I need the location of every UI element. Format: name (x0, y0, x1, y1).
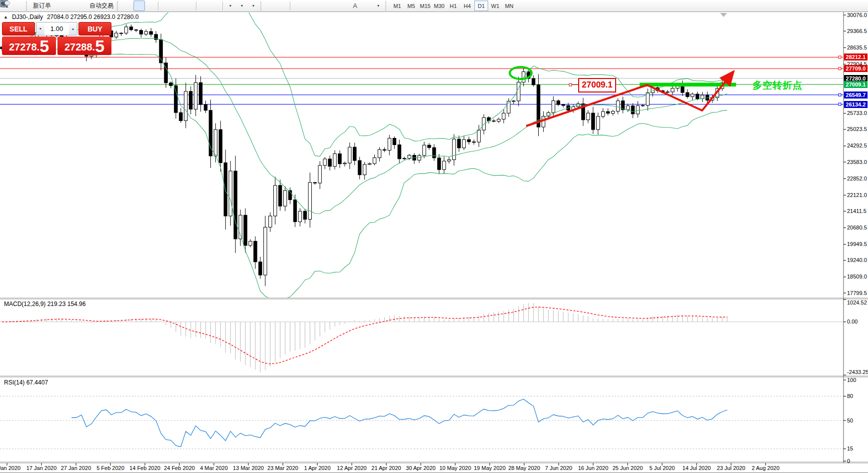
turning-point-label[interactable]: 多空转折点 (753, 79, 803, 92)
horizontal-line-button[interactable] (303, 0, 315, 11)
dropdown-caret: ▾ (241, 4, 243, 8)
candle (423, 145, 426, 156)
candle (587, 113, 590, 120)
periods-button[interactable]: ▾ (236, 0, 247, 11)
cursor-button[interactable] (265, 0, 277, 11)
line-handle[interactable] (839, 103, 841, 106)
bar-chart-button[interactable] (122, 0, 133, 11)
timeframe-h1[interactable]: H1 (446, 0, 460, 11)
date-label: 12 Apr 2020 (332, 465, 372, 471)
rsi-axis-tick: 0 (847, 458, 868, 464)
zoom-out-button[interactable] (171, 0, 183, 11)
candle (259, 262, 262, 275)
community-button[interactable] (64, 0, 76, 11)
price-tick: 17799.5 (847, 290, 868, 296)
candle (552, 100, 555, 112)
date-label: 14 Feb 2020 (125, 465, 165, 471)
candle (219, 130, 222, 162)
candle (119, 33, 122, 34)
timeframe-m30[interactable]: M30 (432, 0, 446, 11)
date-label: 19 May 2020 (470, 465, 510, 471)
line-handle[interactable] (839, 94, 841, 96)
candle (244, 215, 247, 246)
price-tick: 30076.0 (847, 12, 868, 18)
line-chart-button[interactable] (145, 0, 156, 11)
arrows-button[interactable]: ▾ (372, 0, 384, 11)
rsi-axis-tick: 100 (847, 377, 868, 383)
candle (249, 241, 252, 246)
text-button[interactable]: A (349, 0, 361, 11)
equidistant-channel-button[interactable]: E (326, 0, 338, 11)
toolbar-grip (117, 2, 120, 10)
candle (189, 92, 192, 110)
timeframe-m1[interactable]: M1 (390, 0, 404, 11)
templates-button[interactable]: ▾ (247, 0, 259, 11)
vertical-line-button[interactable] (292, 0, 303, 11)
candle (358, 160, 361, 175)
signals-button[interactable] (76, 0, 87, 11)
volume-down-button[interactable]: ▼ (36, 22, 44, 35)
buy-price-display[interactable]: 27288.5 (57, 36, 111, 55)
profiles-button[interactable] (13, 0, 24, 11)
trendline-button[interactable] (315, 0, 326, 11)
autotrading-button[interactable]: 自动交易 (87, 0, 115, 11)
buy-button[interactable]: BUY (78, 22, 111, 36)
candle (418, 156, 421, 160)
scroll-to-end-marker[interactable] (720, 13, 727, 17)
volume-stepper: ▼ ▲ (36, 22, 77, 36)
date-label: 4 Mar 2020 (194, 465, 234, 471)
toolbar-separator (196, 2, 196, 10)
indicators-button[interactable]: ▾ (224, 0, 236, 11)
candle (517, 82, 520, 101)
volume-input[interactable] (44, 22, 69, 35)
text-label-button[interactable]: T (361, 0, 372, 11)
timeframe-m15[interactable]: M15 (418, 0, 432, 11)
timeframe-d1[interactable]: D1 (474, 0, 488, 11)
timeframe-m5[interactable]: M5 (404, 0, 418, 11)
price-level-callout[interactable]: 27009.1 (578, 78, 616, 92)
candle (129, 27, 132, 30)
date-label: 30 Apr 2020 (401, 465, 441, 471)
market-button[interactable] (53, 0, 64, 11)
candlestick-chart-button[interactable] (133, 0, 145, 11)
zoom-in-button[interactable] (160, 0, 171, 11)
candle (671, 88, 674, 92)
auto-scroll-button[interactable] (198, 0, 209, 11)
chart-shift-button[interactable] (209, 0, 221, 11)
candle (318, 166, 321, 183)
line-handle[interactable] (839, 68, 841, 70)
line-handle[interactable] (839, 56, 841, 58)
date-label: 10 May 2020 (435, 465, 475, 471)
tile-windows-button[interactable] (183, 0, 194, 11)
panel-collapse-arrow[interactable]: ▲ (3, 14, 8, 20)
rsi-label: RSI(14) 67.4407 (4, 379, 48, 386)
new-order-button[interactable]: 新订单 (31, 0, 53, 11)
candle (368, 164, 371, 164)
volume-up-button[interactable]: ▲ (69, 22, 77, 35)
chat-icon[interactable] (0, 0, 10, 8)
timeframe-w1[interactable]: W1 (488, 0, 502, 11)
candle (269, 216, 272, 227)
price-tick: 25733.0 (847, 110, 868, 116)
candle (323, 159, 326, 166)
price-badge: 27009.1 (844, 81, 868, 88)
candle (611, 111, 614, 113)
timeframe-h4[interactable]: H4 (460, 0, 474, 11)
candle (293, 200, 296, 222)
candle (283, 190, 286, 206)
candle (616, 101, 619, 112)
candle (308, 182, 311, 220)
candle (124, 27, 127, 33)
date-label: 23 Mar 2020 (263, 465, 303, 471)
price-badge: 28212.1 (844, 54, 868, 60)
crosshair-button[interactable] (277, 0, 288, 11)
sell-price-display[interactable]: 27278.5 (2, 36, 56, 55)
date-label: 28 May 2020 (504, 465, 544, 471)
timeframe-mn[interactable]: MN (502, 0, 516, 11)
candle (641, 106, 644, 106)
text-icon: A (353, 2, 357, 10)
price-tick: 23583.0 (847, 159, 868, 165)
sell-button[interactable]: SELL (2, 22, 35, 36)
fibonacci-button[interactable]: F (338, 0, 349, 11)
candle (636, 106, 639, 114)
